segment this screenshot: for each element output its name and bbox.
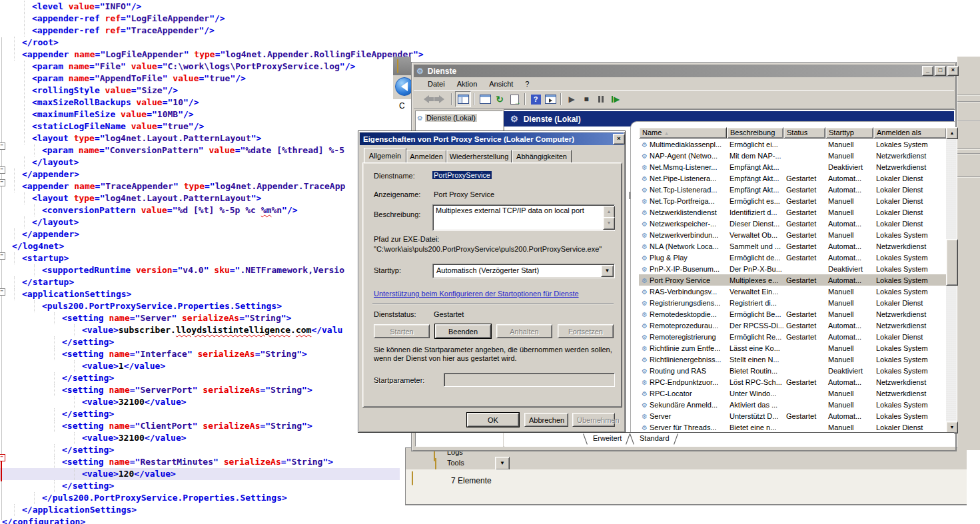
service-row[interactable]: ⚙Richtlinie zum Entfe...Lässt eine Ko...…	[639, 342, 947, 354]
beenden-button[interactable]: Beenden	[435, 324, 491, 338]
service-row[interactable]: ⚙Sekundäre Anmeld...Aktiviert das ...Man…	[639, 399, 947, 410]
service-row[interactable]: ⚙Remotedesktopdie...Ermöglicht Be...Gest…	[639, 308, 947, 320]
fold-toggle-icon[interactable]: −	[0, 288, 5, 296]
tab-anmelden[interactable]: Anmelden	[406, 150, 446, 163]
tab-allgemein[interactable]: Allgemein	[364, 148, 406, 163]
service-gear-icon: ⚙	[642, 164, 648, 171]
service-row[interactable]: ⚙PnP-X-IP-Busenum...Der PnP-X-Bu...Deakt…	[639, 263, 947, 274]
starten-button[interactable]: Starten	[374, 324, 430, 338]
show-console-tree-icon[interactable]	[455, 91, 471, 107]
service-row[interactable]: ⚙Netzwerkverbindun...Verwaltet Ob...Gest…	[639, 229, 947, 240]
code-line[interactable]: <appender-ref ref="TraceAppender"/>	[0, 25, 980, 37]
service-row[interactable]: ⚙NetzwerklistendienstIdentifiziert d...G…	[639, 206, 947, 218]
menu-aktion[interactable]: Aktion	[451, 79, 484, 89]
minimize-button[interactable]: _	[922, 66, 933, 76]
services-titlebar[interactable]: ⚙ Dienste	[414, 65, 954, 77]
dialog-close-icon[interactable]: ×	[613, 134, 625, 144]
starttyp-combobox[interactable]: Automatisch (Verzögerter Start) ▼	[432, 264, 615, 278]
start-service-icon[interactable]: ▶	[564, 92, 579, 107]
abbrechen-button[interactable]: Abbrechen	[524, 413, 568, 427]
service-row[interactable]: ⚙Port Proxy ServiceMultiplexes e...Gesta…	[639, 274, 947, 286]
service-row[interactable]: ⚙Plug & PlayErmöglicht de...GestartetAut…	[639, 252, 947, 263]
code-line[interactable]: </configuration>	[0, 516, 980, 524]
tab-erweitert[interactable]: Erweitert	[593, 434, 622, 442]
forward-icon[interactable]	[434, 92, 448, 107]
service-gear-icon: ⚙	[642, 277, 648, 284]
scrollbar-thumb[interactable]	[946, 239, 958, 286]
column-header-beschreibung[interactable]: Beschreibung	[727, 127, 783, 138]
service-gear-icon: ⚙	[642, 368, 648, 375]
dienstname-value[interactable]: PortProxyService	[432, 171, 492, 179]
code-line[interactable]: <appender-ref ref="LogFileAppender"/>	[0, 13, 980, 25]
tree-item-dienste-lokal[interactable]: ⚙ Dienste (Lokal)	[417, 114, 501, 122]
maximize-button[interactable]: □	[935, 66, 946, 76]
tab-standard[interactable]: Standard	[640, 434, 670, 442]
anzeigename-label: Anzeigename:	[374, 190, 420, 198]
tab-wiederherstellung[interactable]: Wiederherstellung	[446, 150, 512, 163]
stop-service-icon[interactable]: ■	[579, 92, 594, 107]
service-row[interactable]: ⚙Multimediaklassenpl...Ermöglicht ei...M…	[639, 138, 947, 150]
service-row[interactable]: ⚙Remoteprozedurau...Der RPCSS-Di...Gesta…	[639, 320, 947, 331]
menu-hilfe[interactable]: ?	[519, 79, 535, 89]
textarea-scrollbar[interactable]: ▲ ▼	[603, 206, 614, 230]
dropdown-button[interactable]: ▼	[495, 457, 510, 470]
refresh-icon[interactable]: ↻	[492, 92, 507, 107]
service-row[interactable]: ⚙Net.Tcp-Portfreiga...Ermöglicht es...Ge…	[639, 195, 947, 206]
menu-datei[interactable]: Datei	[422, 79, 451, 89]
back-icon[interactable]	[419, 92, 434, 107]
column-header-status[interactable]: Status	[783, 127, 825, 138]
fold-toggle-icon[interactable]: −	[0, 252, 5, 260]
fold-toggle-icon[interactable]: −	[0, 166, 5, 174]
tab-abhaengigkeiten[interactable]: Abhängigkeiten	[512, 150, 572, 163]
show-description-icon[interactable]	[543, 92, 558, 107]
service-row[interactable]: ⚙Netzwerkspeicher-...Dieser Dienst...Ges…	[639, 218, 947, 229]
service-row[interactable]: ⚙RAS-Verbindungsv...Verwaltet Ein...Manu…	[639, 286, 947, 297]
help-icon[interactable]: ?	[528, 92, 543, 107]
menubar: Datei Aktion Ansicht ?	[414, 77, 954, 91]
service-row[interactable]: ⚙Routing und RASBietet Routin...Deaktivi…	[639, 365, 947, 376]
pause-service-icon[interactable]	[594, 92, 608, 107]
beschreibung-textarea[interactable]: Multiplexes external TCP/IP data on loca…	[432, 204, 615, 231]
anhalten-button[interactable]: Anhalten	[496, 324, 552, 338]
code-line[interactable]: <appender name="LogFileAppender" type="l…	[0, 49, 980, 61]
restart-service-icon[interactable]: ▶	[608, 92, 623, 107]
service-row[interactable]: ⚙Registrierungsdiens...Registriert di...…	[639, 297, 947, 308]
separator	[372, 303, 614, 304]
column-header-name[interactable]: Name ▲	[639, 127, 727, 138]
service-row[interactable]: ⚙Server für Threads...Bietet eine n...Ma…	[639, 421, 947, 433]
service-row[interactable]: ⚙NLA (Network Loca...Sammelt und ...Gest…	[639, 240, 947, 252]
service-row[interactable]: ⚙RPC-Endpunktzuor...Löst RPC-Sch...Gesta…	[639, 376, 947, 388]
export-list-icon[interactable]	[507, 92, 522, 107]
column-header-starttyp[interactable]: Starttyp	[825, 127, 873, 138]
dienststatus-label: Dienststatus:	[374, 310, 416, 318]
column-header-anmelden-als[interactable]: Anmelden als	[873, 127, 947, 138]
scroll-down-icon[interactable]: ▼	[603, 217, 615, 230]
service-row[interactable]: ⚙Richtlinienergebniss...Stellt einen N..…	[639, 354, 947, 365]
startparameter-input[interactable]	[444, 373, 615, 387]
folder-item-label[interactable]: Tools	[447, 459, 464, 467]
fold-toggle-icon[interactable]: −	[0, 142, 5, 150]
service-row[interactable]: ⚙Net.Pipe-Listenera...Empfängt Akt...Ges…	[639, 172, 947, 184]
service-row[interactable]: ⚙Net.Tcp-Listenerad...Empfängt Akt...Ges…	[639, 184, 947, 195]
close-button[interactable]: ×	[947, 66, 959, 76]
service-row[interactable]: ⚙RemoteregistrierungErmöglicht Re...Gest…	[639, 331, 947, 342]
startoptionen-link[interactable]: Unterstützung beim Konfigurieren der Sta…	[374, 290, 579, 298]
service-gear-icon: ⚙	[642, 141, 648, 148]
service-row[interactable]: ⚙Net.Msmq-Listener...Empfängt Akt...Deak…	[639, 161, 947, 172]
code-line[interactable]: <level value="INFO"/>	[0, 1, 980, 13]
properties-icon[interactable]	[478, 92, 492, 107]
scroll-up-icon[interactable]: ▲	[946, 127, 958, 139]
fold-toggle-icon[interactable]: −	[0, 179, 5, 186]
code-line[interactable]: </root>	[0, 37, 980, 49]
service-row[interactable]: ⚙RPC-LocatorUnter Windo...ManuellNetzwer…	[639, 388, 947, 399]
menu-ansicht[interactable]: Ansicht	[483, 79, 519, 89]
fortsetzen-button[interactable]: Fortsetzen	[558, 324, 614, 338]
combobox-dropdown-icon[interactable]: ▼	[601, 265, 614, 277]
uebernehmen-button[interactable]: Übernehmen	[572, 413, 615, 427]
service-row[interactable]: ⚙NAP-Agent (Netwo...Mit dem NAP-...Manue…	[639, 150, 947, 161]
service-row[interactable]: ⚙ServerUnterstützt D...GestartetAutomat.…	[639, 410, 947, 421]
services-table[interactable]: ⚙Multimediaklassenpl...Ermöglicht ei...M…	[639, 138, 947, 433]
dialog-titlebar[interactable]: Eigenschaften von Port Proxy Service (Lo…	[360, 132, 624, 145]
code-line[interactable]: </applicationSettings>	[0, 504, 980, 516]
ok-button[interactable]: OK	[467, 413, 519, 427]
